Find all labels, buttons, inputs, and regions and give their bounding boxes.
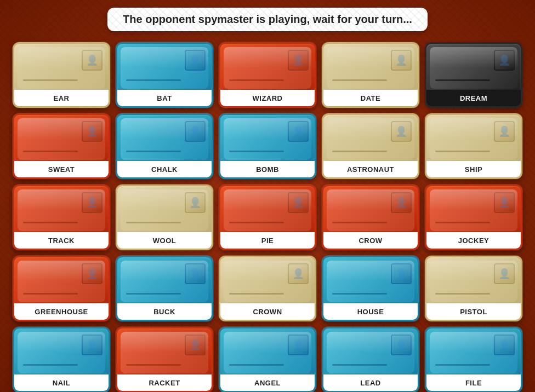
- card-nail[interactable]: 👤 NAIL: [13, 327, 110, 392]
- card-image: 👤: [224, 189, 311, 231]
- card-label: GREENHOUSE: [14, 303, 109, 320]
- card-stamp: 👤: [288, 121, 309, 142]
- card-line: [332, 151, 387, 152]
- stamp-silhouette: 👤: [495, 193, 514, 212]
- card-line: [435, 151, 490, 152]
- stamp-silhouette: 👤: [289, 193, 308, 212]
- card-label: LEAD: [323, 374, 418, 391]
- card-line: [229, 222, 284, 223]
- card-image: 👤: [430, 261, 517, 302]
- card-line: [23, 364, 78, 366]
- card-bat[interactable]: 👤 BAT: [116, 42, 213, 108]
- card-stamp: 👤: [391, 263, 412, 284]
- card-greenhouse[interactable]: 👤 GREENHOUSE: [13, 256, 110, 321]
- card-stamp: 👤: [391, 50, 412, 71]
- card-crown[interactable]: 👤 CROWN: [219, 256, 316, 321]
- stamp-silhouette: 👤: [289, 336, 308, 354]
- card-line: [229, 79, 284, 81]
- card-line: [435, 293, 490, 295]
- card-image: 👤: [224, 47, 311, 89]
- card-label: SHIP: [426, 161, 521, 177]
- card-pie[interactable]: 👤 PIE: [219, 185, 316, 250]
- card-image: 👤: [327, 118, 414, 160]
- card-label: WIZARD: [220, 90, 315, 106]
- card-stamp: 👤: [82, 121, 103, 142]
- card-image: 👤: [121, 261, 208, 302]
- card-stamp: 👤: [494, 335, 515, 355]
- card-label: BOMB: [220, 161, 315, 177]
- card-stamp: 👤: [494, 121, 515, 142]
- card-line: [126, 293, 181, 295]
- stamp-silhouette: 👤: [495, 51, 514, 70]
- card-ship[interactable]: 👤 SHIP: [425, 113, 522, 179]
- stamp-silhouette: 👤: [289, 51, 308, 70]
- card-buck[interactable]: 👤 BUCK: [116, 256, 213, 321]
- card-line: [435, 79, 490, 81]
- card-label: BAT: [117, 90, 212, 106]
- card-image: 👤: [224, 332, 311, 373]
- card-image: 👤: [430, 332, 517, 373]
- card-stamp: 👤: [82, 263, 103, 284]
- card-stamp: 👤: [391, 335, 412, 355]
- card-stamp: 👤: [82, 335, 103, 355]
- card-label: CROW: [323, 232, 418, 249]
- card-line: [126, 79, 181, 81]
- stamp-silhouette: 👤: [83, 122, 101, 141]
- card-stamp: 👤: [288, 335, 309, 355]
- card-lead[interactable]: 👤 LEAD: [322, 327, 419, 392]
- card-stamp: 👤: [288, 192, 309, 213]
- card-label: TRACK: [14, 232, 109, 249]
- card-stamp: 👤: [185, 335, 206, 355]
- stamp-silhouette: 👤: [186, 122, 204, 141]
- card-image: 👤: [224, 261, 311, 302]
- card-angel[interactable]: 👤 ANGEL: [219, 327, 316, 392]
- card-dream[interactable]: 👤 DREAM: [425, 42, 522, 108]
- card-line: [23, 222, 78, 223]
- card-label: DREAM: [426, 90, 521, 106]
- card-image: 👤: [327, 189, 414, 231]
- card-image: 👤: [18, 118, 105, 160]
- card-label: ANGEL: [220, 374, 315, 391]
- card-crow[interactable]: 👤 CROW: [322, 185, 419, 250]
- card-racket[interactable]: 👤 RACKET: [116, 327, 213, 392]
- card-wool[interactable]: 👤 WOOL: [116, 185, 213, 250]
- card-line: [229, 151, 284, 152]
- card-line: [126, 364, 181, 366]
- card-date[interactable]: 👤 DATE: [322, 42, 419, 108]
- card-stamp: 👤: [185, 50, 206, 71]
- stamp-silhouette: 👤: [186, 51, 204, 70]
- card-bomb[interactable]: 👤 BOMB: [219, 113, 316, 179]
- card-line: [332, 364, 387, 366]
- card-house[interactable]: 👤 HOUSE: [322, 256, 419, 321]
- card-label: CROWN: [220, 303, 315, 320]
- card-chalk[interactable]: 👤 CHALK: [116, 113, 213, 179]
- status-message: The opponent spymaster is playing, wait …: [107, 8, 428, 31]
- card-track[interactable]: 👤 TRACK: [13, 185, 110, 250]
- stamp-silhouette: 👤: [289, 264, 308, 283]
- card-stamp: 👤: [185, 121, 206, 142]
- card-jockey[interactable]: 👤 JOCKEY: [425, 185, 522, 250]
- card-wizard[interactable]: 👤 WIZARD: [219, 42, 316, 108]
- stamp-silhouette: 👤: [83, 193, 101, 212]
- card-stamp: 👤: [494, 50, 515, 71]
- card-image: 👤: [18, 261, 105, 302]
- card-stamp: 👤: [391, 121, 412, 142]
- card-image: 👤: [224, 118, 311, 160]
- stamp-silhouette: 👤: [392, 193, 411, 212]
- card-line: [23, 151, 78, 152]
- card-stamp: 👤: [391, 192, 412, 213]
- card-ear[interactable]: 👤 EAR: [13, 42, 110, 108]
- card-image: 👤: [18, 47, 105, 89]
- card-file[interactable]: 👤 FILE: [425, 327, 522, 392]
- card-image: 👤: [327, 47, 414, 89]
- card-line: [23, 79, 78, 81]
- card-label: HOUSE: [323, 303, 418, 320]
- card-label: WOOL: [117, 232, 212, 249]
- card-label: EAR: [14, 90, 109, 106]
- card-astronaut[interactable]: 👤 ASTRONAUT: [322, 113, 419, 179]
- card-sweat[interactable]: 👤 SWEAT: [13, 113, 110, 179]
- card-pistol[interactable]: 👤 PISTOL: [425, 256, 522, 321]
- card-image: 👤: [327, 332, 414, 373]
- card-line: [23, 293, 78, 295]
- card-image: 👤: [121, 189, 208, 231]
